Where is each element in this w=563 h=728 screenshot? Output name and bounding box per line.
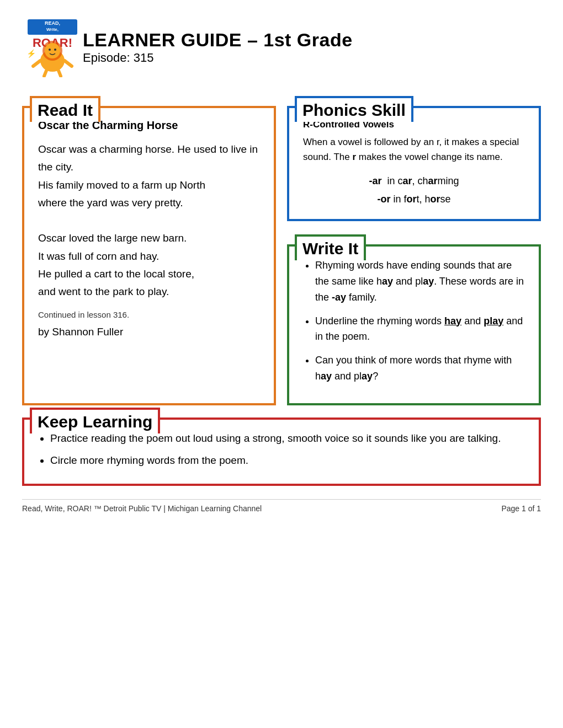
footer-right: Page 1 of 1: [501, 504, 541, 513]
write-it-item-2: Underline the rhyming words hay and play…: [315, 313, 525, 345]
ar-in-charming: ar: [428, 175, 438, 186]
write-it-section: Write It Rhyming words have ending sound…: [287, 244, 541, 405]
svg-point-10: [54, 49, 56, 51]
header-text-group: LEARNER GUIDE – 1st Grade Episode: 315: [83, 29, 353, 65]
phonics-examples: -ar in car, charming -or in fort, horse: [303, 172, 525, 208]
ay-family-bold: -ay: [332, 292, 346, 303]
or-example-label: -or: [377, 194, 390, 205]
hay-bold: ay: [382, 276, 393, 287]
or-in-horse: or: [431, 194, 440, 205]
ar-in-car: ar: [402, 175, 412, 186]
right-column: Phonics Skill R-Controlled Vowels When a…: [287, 94, 541, 405]
page-title: LEARNER GUIDE – 1st Grade: [83, 29, 353, 51]
play-rhyme-bold: ay: [362, 371, 373, 382]
poem-body: Oscar was a charming horse. He used to l…: [38, 141, 260, 301]
keep-learning-box: Keep Learning Practice reading the poem …: [22, 417, 541, 486]
or-in-fort: or: [406, 194, 416, 205]
svg-line-13: [44, 71, 46, 76]
keep-learning-item-2: Circle more rhyming words from the poem.: [50, 452, 525, 469]
logo: READ, Write, ROAR! ⚡: [22, 17, 83, 77]
svg-text:Write,: Write,: [46, 27, 59, 32]
continued-note: Continued in lesson 316.: [38, 310, 260, 319]
hay-underline: hay: [444, 315, 461, 326]
svg-point-8: [45, 43, 60, 58]
r-bold: r: [352, 152, 356, 162]
keep-learning-section: Keep Learning Practice reading the poem …: [22, 417, 541, 486]
read-it-label: Read It: [30, 96, 100, 122]
episode-label: Episode: 315: [83, 51, 353, 65]
author-credit: by Shannon Fuller: [38, 326, 260, 338]
page-header: READ, Write, ROAR! ⚡ LEARNER GUIDE: [22, 17, 541, 77]
write-it-label: Write It: [295, 234, 366, 260]
keep-learning-label: Keep Learning: [30, 408, 160, 433]
svg-line-14: [59, 71, 61, 76]
write-it-item-1: Rhyming words have ending sounds that ar…: [315, 258, 525, 305]
svg-point-9: [49, 49, 51, 51]
footer-left: Read, Write, ROAR! ™ Detroit Public TV |…: [22, 504, 262, 513]
read-it-section: Read It Oscar the Charming Horse Oscar w…: [22, 106, 276, 405]
write-it-item-3: Can you think of more words that rhyme w…: [315, 352, 525, 384]
svg-text:⚡: ⚡: [26, 49, 36, 58]
phonics-body: When a vowel is followed by an r, it mak…: [303, 135, 525, 164]
phonics-label: Phonics Skill: [295, 96, 413, 122]
main-grid: Read It Oscar the Charming Horse Oscar w…: [22, 94, 541, 405]
page-footer: Read, Write, ROAR! ™ Detroit Public TV |…: [22, 499, 541, 513]
play-bold: ay: [423, 276, 434, 287]
write-it-list: Rhyming words have ending sounds that ar…: [303, 258, 525, 384]
svg-text:READ,: READ,: [45, 20, 60, 26]
phonics-section: Phonics Skill R-Controlled Vowels When a…: [287, 106, 541, 221]
hay-rhyme-bold: ay: [321, 371, 332, 382]
play-underline: play: [484, 315, 503, 326]
keep-learning-list: Practice reading the poem out loud using…: [38, 430, 525, 470]
ar-example-label: -ar: [369, 175, 381, 186]
